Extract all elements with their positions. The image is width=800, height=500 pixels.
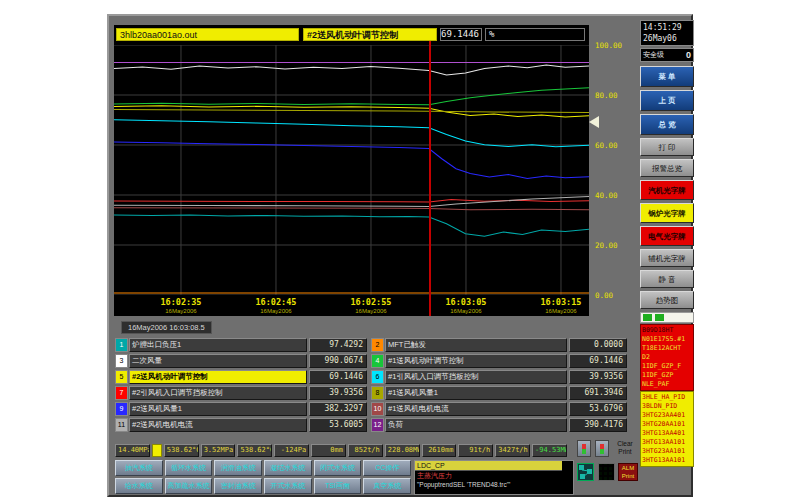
- alarm-tag[interactable]: T18E12ACHT: [642, 344, 692, 353]
- trend-line-3: [114, 65, 589, 75]
- y-axis-label: 40.00: [595, 191, 618, 200]
- toggle-bar-icon: [582, 444, 586, 454]
- legend-row-7[interactable]: 7#2引风机入口调节挡板控制39.9356: [115, 386, 367, 400]
- dcs-trend-window: 3hlb20aa001ao.out #2送风机动叶调节控制 69.1446 % …: [107, 14, 693, 497]
- pen-value: 382.3297: [309, 402, 367, 416]
- nav-button-1-3[interactable]: 润滑油系统: [214, 460, 262, 476]
- pen-label: 炉膛出口负压1: [129, 338, 307, 352]
- sidebar-button-8[interactable]: 电气光字牌: [640, 226, 694, 246]
- alarm-list-active: B09D18HTN01E17S5.#1T18E12ACHTD21IDF_GZP_…: [640, 324, 694, 391]
- nav-button-2-1[interactable]: 给水系统: [115, 478, 163, 494]
- security-level-value: 0: [686, 49, 691, 61]
- network-icon[interactable]: [577, 463, 594, 481]
- alarm-tag[interactable]: D2: [642, 353, 692, 362]
- nav-button-1-2[interactable]: 循环水系统: [165, 460, 213, 476]
- indicator-toggle-1[interactable]: [577, 440, 591, 457]
- legend-row-1[interactable]: 1炉膛出口负压197.4292: [115, 338, 367, 352]
- nav-button-2-5[interactable]: TSI画面: [314, 478, 362, 494]
- alarm-tag[interactable]: 3HTG13AA401: [642, 429, 692, 438]
- pen-value: 69.1446: [569, 354, 627, 368]
- sidebar-button-7[interactable]: 锅炉光字牌: [640, 203, 694, 223]
- sidebar-button-11[interactable]: 趋势图: [640, 291, 694, 309]
- trend-cursor-line[interactable]: [429, 41, 431, 316]
- pen-label: 二次风量: [129, 354, 307, 368]
- pen-color-tag: 6: [371, 370, 384, 384]
- status-value: 91t/h: [458, 444, 493, 457]
- alarm-tag[interactable]: 3BLDN_PID: [642, 402, 692, 411]
- sidebar-button-10[interactable]: 静 音: [640, 270, 694, 288]
- pen-label: #1送风机风量1: [385, 386, 567, 400]
- status-value: -94.53MW: [532, 444, 567, 457]
- alarm-tag[interactable]: NLE_PAF: [642, 380, 692, 389]
- nav-button-2-4[interactable]: 开式水系统: [264, 478, 312, 494]
- clear-print-label[interactable]: Clear Print: [612, 440, 638, 456]
- alarm-tag[interactable]: 3HTG23AA101: [642, 447, 692, 456]
- nav-button-1-1[interactable]: 抽汽系统: [115, 460, 163, 476]
- nav-button-1-6[interactable]: CC操作: [363, 460, 411, 476]
- x-tick-date: 16May2006: [341, 308, 401, 314]
- nav-button-2-2[interactable]: 高加疏水系统: [165, 478, 213, 494]
- pen-value: 691.3946: [569, 386, 627, 400]
- command-console[interactable]: LDC_CP 主蒸汽压力 "PopuptrendSEL 'TREND48.trc…: [414, 460, 574, 495]
- y-axis-label: 80.00: [595, 91, 618, 100]
- sidebar-button-1[interactable]: 菜 单: [640, 66, 694, 87]
- pen-label: #1引风机入口调节挡板控制: [385, 370, 567, 384]
- alarm-tag[interactable]: 3HTG13AA101: [642, 438, 692, 447]
- y-axis-label: 100.00: [595, 41, 622, 50]
- legend-row-10[interactable]: 10#1送风机电机电流53.6796: [371, 402, 627, 416]
- legend-row-11[interactable]: 11#2送风机电机电流53.6005: [115, 418, 367, 432]
- point-tag-field[interactable]: 3hlb20aa001ao.out: [116, 28, 299, 41]
- selected-pen-title[interactable]: #2送风机动叶调节控制: [303, 28, 437, 41]
- alarm-tag[interactable]: 3HTG13AA101: [642, 456, 692, 465]
- nav-button-2-6[interactable]: 真空系统: [363, 478, 411, 494]
- x-tick-time: 16:02:35: [151, 297, 211, 307]
- trend-plot: [114, 45, 589, 295]
- legend-row-6[interactable]: 6#1引风机入口调节挡板控制39.9356: [371, 370, 627, 384]
- legend-row-8[interactable]: 8#1送风机风量1691.3946: [371, 386, 627, 400]
- legend-row-12[interactable]: 12负荷390.4176: [371, 418, 627, 432]
- pen-label: #2送风机动叶调节控制: [129, 370, 307, 384]
- sidebar-button-6[interactable]: 汽机光字牌: [640, 180, 694, 200]
- nav-button-2-3[interactable]: 密封油系统: [214, 478, 262, 494]
- alarm-tag[interactable]: 1IDF_GZP_F: [642, 362, 692, 371]
- y-axis-label: 0.00: [595, 291, 613, 300]
- pen-value: 39.9356: [309, 386, 367, 400]
- pen-value: 53.6796: [569, 402, 627, 416]
- indicator-toggle-2[interactable]: [595, 440, 609, 457]
- x-axis-tick: 16:03:1516May2006: [531, 297, 591, 314]
- alarm-tag[interactable]: 3HLE_HA_PID: [642, 393, 692, 402]
- alarm-tag[interactable]: B09D18HT: [642, 326, 692, 335]
- legend-row-4[interactable]: 4#1送风机动叶调节控制69.1446: [371, 354, 627, 368]
- nav-button-1-5[interactable]: 闭式水系统: [314, 460, 362, 476]
- sidebar-button-9[interactable]: 辅机光字牌: [640, 249, 694, 267]
- legend-row-3[interactable]: 3二次风量990.0674: [115, 354, 367, 368]
- x-axis-tick: 16:02:4516May2006: [246, 297, 306, 314]
- pen-color-tag: 12: [371, 418, 384, 432]
- alarm-tag[interactable]: N01E17S5.#1: [642, 335, 692, 344]
- cursor-value-marker-icon[interactable]: [589, 116, 599, 128]
- alarm-tag[interactable]: 1IDF_GZP: [642, 371, 692, 380]
- nav-button-1-4[interactable]: 凝结水系统: [264, 460, 312, 476]
- sidebar-button-2[interactable]: 上 页: [640, 90, 694, 111]
- sidebar-button-5[interactable]: 报警总览: [640, 159, 694, 177]
- alarm-tag[interactable]: 3HTG23AA401: [642, 411, 692, 420]
- pen-color-tag: 8: [371, 386, 384, 400]
- legend-row-5[interactable]: 5#2送风机动叶调节控制69.1446: [115, 370, 367, 384]
- pen-color-tag: 4: [371, 354, 384, 368]
- nav-button-row-1: 抽汽系统循环水系统润滑油系统凝结水系统闭式水系统CC操作: [115, 460, 411, 476]
- grid-display-icon[interactable]: [598, 463, 615, 481]
- status-value: 538.62°C: [164, 444, 199, 457]
- pen-value: 39.9356: [569, 370, 627, 384]
- alarm-tag[interactable]: 3HTG20AA101: [642, 420, 692, 429]
- legend-row-9[interactable]: 9#2送风机风量1382.3297: [115, 402, 367, 416]
- console-line-2: "PopuptrendSEL 'TREND48.trc'": [415, 480, 573, 489]
- sidebar-button-3[interactable]: 总 览: [640, 114, 694, 135]
- cursor-timestamp: 16May2006 16:03:08.5: [121, 321, 212, 334]
- alarm-print-button[interactable]: ALM Print: [618, 463, 638, 481]
- pen-label: #1送风机电机电流: [385, 402, 567, 416]
- pen-color-tag: 5: [115, 370, 128, 384]
- legend-row-2[interactable]: 2MFT已触发0.0000: [371, 338, 627, 352]
- sidebar-button-4[interactable]: 打 印: [640, 138, 694, 156]
- nav-button-row-2: 给水系统高加疏水系统密封油系统开式水系统TSI画面真空系统: [115, 478, 411, 494]
- x-tick-time: 16:02:45: [246, 297, 306, 307]
